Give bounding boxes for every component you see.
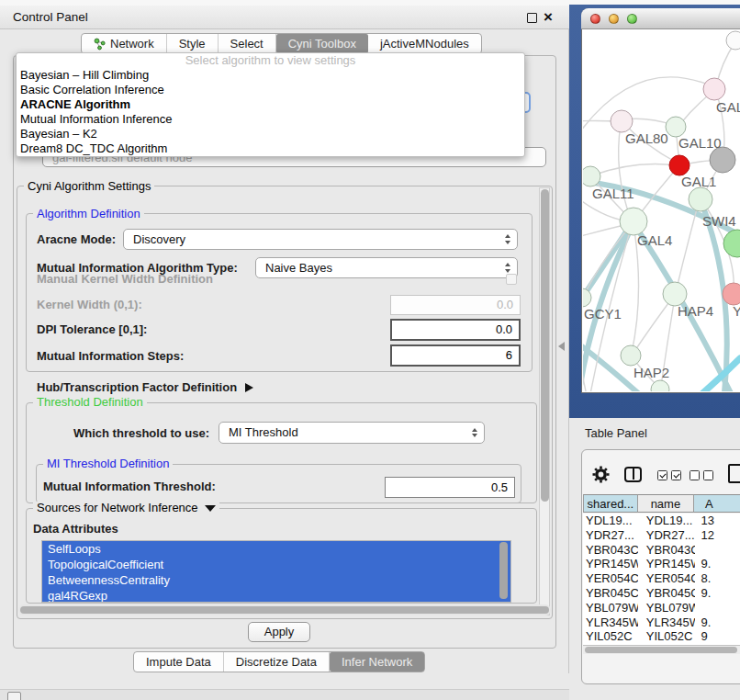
columns-icon[interactable] [624,467,642,482]
algorithm-option-bayesian-hill-climbing[interactable]: Bayesian – Hill Climbing [17,68,524,83]
network-edge[interactable] [592,164,677,175]
checked-checkbox-icon[interactable] [671,470,681,480]
network-node-gal11[interactable] [583,166,600,186]
apply-button[interactable]: Apply [248,622,310,642]
minimized-panel-icon[interactable] [7,692,21,700]
node-label-gal: GAL [716,99,740,115]
table-cell [695,601,740,615]
table-cell: YLR345W [583,615,638,630]
table-row[interactable]: YER054CYER054C8. [583,571,740,586]
unchecked-checkbox-icon[interactable] [703,470,713,480]
table-row[interactable]: YIL052CYIL052C9 [583,629,740,644]
network-node-gal[interactable] [703,78,725,100]
network-node-gcy1[interactable] [583,288,591,307]
table-cell: YBL079W [583,601,638,615]
network-node-swi4[interactable] [689,187,712,211]
table-cell: 9. [695,557,740,571]
node-label-hap4: HAP4 [678,303,713,319]
algorithm-option-mutual-information-inference[interactable]: Mutual Information Inference [17,112,524,127]
network-node-hap2[interactable] [621,345,641,366]
algorithm-option-dream8-dc-tdc-algorithm[interactable]: Dream8 DC_TDC Algorithm [17,141,524,156]
algorithm-option-basic-correlation-inference[interactable]: Basic Correlation Inference [17,83,524,97]
close-icon[interactable]: × [544,7,553,28]
attribute-item-gal4rgexp[interactable]: gal4RGexp [42,588,510,603]
mi-threshold-field[interactable]: 0.5 [385,477,515,498]
tab-cyni-toolbox[interactable]: Cyni Toolbox [276,34,368,53]
tab-label: Cyni Toolbox [288,37,356,51]
algorithm-dropdown-popup: Select algorithm to view settings Bayesi… [16,52,525,157]
sources-title: Sources for Network Inference [37,502,198,514]
hub-definition-toggle[interactable]: Hub/Transcription Factor Definition [37,378,253,398]
tab-label: Style [179,37,206,51]
network-node-gal1[interactable] [669,155,690,175]
network-edge[interactable] [583,77,712,138]
traffic-light-close-icon[interactable] [590,14,600,24]
sources-title-toggle[interactable]: Sources for Network Inference [33,502,219,514]
network-node[interactable] [710,147,735,173]
node-label-gal80: GAL80 [625,130,668,146]
table-row[interactable]: YBL079WYBL079W [583,601,740,615]
network-node-gal80[interactable] [611,110,633,132]
table-cell: YBL079W [638,601,696,615]
gear-icon[interactable] [592,466,610,483]
network-node-gal10[interactable] [666,117,686,137]
table-cell: YDL19... [638,514,696,528]
table-row[interactable]: YBR043CYBR043C [583,543,740,558]
tab-jactivemnodules[interactable]: jActiveMNodules [368,34,481,53]
network-canvas[interactable]: GALGAL80GAL10GAL1GAL11SWI4GAL4GCY1HAP4YH… [583,29,740,391]
column-header-name[interactable]: name [638,494,694,513]
tab-label: Select [230,37,263,51]
table-cell: 8. [695,571,740,586]
table-cell: YPR145W [583,557,638,571]
attribute-item-betweennesscentrality[interactable]: BetweennessCentrality [42,572,510,588]
network-node[interactable] [726,31,740,50]
tab-style[interactable]: Style [167,34,219,53]
which-threshold-label: Which threshold to use: [73,423,209,444]
checked-checkbox-icon[interactable] [657,470,667,480]
traffic-light-minimize-icon[interactable] [609,14,619,24]
which-threshold-select[interactable]: MI Threshold [219,422,485,444]
dropdown-placeholder: Select algorithm to view settings [17,53,524,68]
table-cell: YIL052C [583,629,638,644]
tab-select[interactable]: Select [219,34,276,53]
attribute-item-selfloops[interactable]: SelfLoops [42,541,510,557]
float-window-icon[interactable] [527,13,537,23]
panel-collapse-icon[interactable] [558,342,565,351]
table-row[interactable]: YBR045CYBR045C9. [583,586,740,601]
settings-vertical-scrollbar-thumb[interactable] [541,189,549,502]
table-body: YDL19...YDL19...13YDR27...YDR27...12YBR0… [583,514,740,645]
table-horizontal-scrollbar-thumb[interactable] [585,647,737,653]
tab-network[interactable]: Network [82,34,167,53]
document-icon[interactable] [728,464,740,483]
list-scrollbar-thumb[interactable] [499,542,508,599]
node-label-gal11: GAL11 [592,186,634,201]
tab-impute-data[interactable]: Impute Data [134,652,224,672]
unchecked-checkbox-icon[interactable] [690,470,700,480]
collapse-arrow-icon [205,505,216,512]
network-edge[interactable] [676,202,699,292]
column-header-a[interactable]: A [694,494,740,513]
mi-type-select[interactable]: Naive Bayes [255,257,518,278]
kernel-width-field[interactable]: 0.0 [390,295,521,315]
mi-steps-field[interactable]: 6 [390,344,521,367]
node-label-y: Y [733,303,740,319]
algorithm-option-aracne-algorithm[interactable]: ARACNE Algorithm [17,97,524,112]
aracne-mode-select[interactable]: Discovery [123,229,518,250]
network-node[interactable] [723,230,740,257]
attribute-item-topologicalcoefficient[interactable]: TopologicalCoefficient [42,557,510,572]
dpi-tolerance-field[interactable]: 0.0 [390,319,521,341]
mi-steps-label: Mutual Information Steps: [37,346,184,367]
table-row[interactable]: YLR345WYLR345W9. [583,615,740,630]
table-row[interactable]: YPR145WYPR145W9. [583,557,740,571]
table-row[interactable]: YDR27...YDR27...12 [583,528,740,543]
table-row[interactable]: YDL19...YDL19...13 [583,514,740,528]
manual-kernel-checkbox[interactable] [506,274,517,285]
settings-horizontal-scrollbar-thumb[interactable] [20,606,549,614]
tab-infer-network[interactable]: Infer Network [330,652,424,672]
traffic-light-zoom-icon[interactable] [627,14,637,24]
tab-discretize-data[interactable]: Discretize Data [224,652,330,672]
algorithm-option-bayesian-k2[interactable]: Bayesian – K2 [17,127,524,141]
column-header-shared[interactable]: shared... [583,494,638,513]
network-node-gal4[interactable] [620,208,647,235]
network-node-y[interactable] [723,283,740,305]
